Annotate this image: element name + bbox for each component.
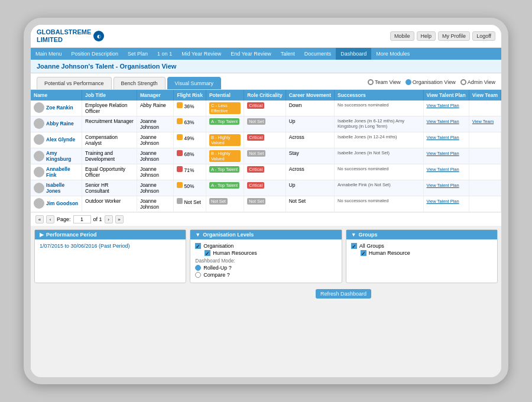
nav-main-menu[interactable]: Main Menu [31,48,67,60]
nav-1on1[interactable]: 1 on 1 [153,48,177,60]
hr-checkbox[interactable]: ✓ [205,250,210,256]
cell-view-team[interactable]: View Team [469,116,501,132]
org-levels-body: ✓ Organisation ✓ Human Resources Dashboa… [190,239,341,283]
tab-bench-strength[interactable]: Bench Strength [113,77,166,89]
org-checkbox[interactable]: ✓ [195,243,201,249]
cell-successors: Annabelle Fink (in Not Set) [335,180,423,196]
cell-view-plan[interactable]: View Talent Plan [423,100,469,116]
tab-visual-summary[interactable]: Visual Summary [167,77,221,89]
cell-role-criticality: Not Set [244,148,286,164]
cell-job-title: Training and Development [82,148,137,164]
hr-checkbox-row: ✓ Human Resources [205,250,336,256]
header-buttons: Mobile Help My Profile Logoff [390,31,495,41]
nav-talent[interactable]: Talent [276,48,300,60]
page-label: Page: [57,216,71,222]
nav-bar: Main Menu Position Description Set Plan … [31,48,501,60]
cell-view-team[interactable] [469,148,501,164]
cell-view-team[interactable] [469,132,501,148]
nav-documents[interactable]: Documents [300,48,336,60]
page-input[interactable] [73,215,91,223]
tab-potential-performance[interactable]: Potential vs Performance [37,77,112,89]
collapse-icon[interactable]: ▶ [40,232,44,238]
myprofile-button[interactable]: My Profile [438,31,470,41]
cell-successors: No successors nominated [335,196,423,212]
cell-potential: B - Highly Valued [206,132,244,148]
first-page-button[interactable]: « [35,215,44,223]
view-plan-link[interactable]: View Talent Plan [427,119,459,124]
next-page-button[interactable]: › [105,215,113,223]
humanresource-checkbox[interactable]: ✓ [361,250,366,256]
cell-view-team[interactable] [469,100,501,116]
collapse-groups-icon[interactable]: ▼ [351,232,356,238]
col-view-team: View Team [469,90,501,100]
cell-view-team[interactable] [469,164,501,180]
cell-view-plan[interactable]: View Talent Plan [423,196,469,212]
cell-view-plan[interactable]: View Talent Plan [423,132,469,148]
view-plan-link[interactable]: View Talent Plan [427,103,459,108]
avatar [34,102,44,113]
tabs-left: Potential vs Performance Bench Strength … [37,77,221,89]
cell-view-team[interactable] [469,196,501,212]
help-button[interactable]: Help [417,31,436,41]
cell-potential: A - Top Talent [206,164,244,180]
compare-radio[interactable] [195,272,201,278]
cell-view-plan[interactable]: View Talent Plan [423,180,469,196]
cell-name: Alex Glynde [31,132,82,148]
cell-career-movement: Not Set [286,196,334,212]
last-page-button[interactable]: » [115,215,124,223]
talent-table-container: Name Job Title Manager Flight Risk Poten… [31,90,501,212]
allgroups-checkbox[interactable]: ✓ [351,243,357,249]
cell-flight-risk: 50% [174,180,206,196]
cell-manager: Joanne Johnson [137,148,174,164]
view-plan-link[interactable]: View Talent Plan [427,135,459,140]
cell-job-title: Outdoor Worker [82,196,137,212]
groups-body: ✓ All Groups ✓ Human Resource [346,239,497,261]
nav-end-year[interactable]: End Year Review [226,48,276,60]
logoff-button[interactable]: Logoff [472,31,495,41]
team-view-radio[interactable] [368,79,374,85]
org-view-radio[interactable] [406,79,411,85]
cell-role-criticality: Critical [244,164,286,180]
view-plan-link[interactable]: View Talent Plan [427,199,459,204]
cell-flight-risk: 49% [174,132,206,148]
mobile-button[interactable]: Mobile [390,31,414,41]
view-plan-link[interactable]: View Talent Plan [427,151,459,156]
performance-period-title: Performance Period [46,232,97,238]
cell-view-plan[interactable]: View Talent Plan [423,164,469,180]
cell-successors: No successors nominated [335,164,423,180]
cell-view-plan[interactable]: View Talent Plan [423,148,469,164]
home-button[interactable] [24,195,26,207]
table-row: Isabelle Jones Senior HR ConsultantJoann… [31,180,501,196]
cell-view-team[interactable] [469,180,501,196]
cell-flight-risk: 68% [174,148,206,164]
cell-role-criticality: Not Set [244,116,286,132]
refresh-dashboard-button[interactable]: Refresh Dashboard [316,289,371,299]
view-plan-link[interactable]: View Talent Plan [427,167,459,172]
cell-name: Jim Goodson [31,196,82,212]
hr-label: Human Resources [213,250,257,256]
admin-view-radio[interactable] [460,79,466,85]
col-name: Name [31,90,82,100]
nav-dashboard[interactable]: Dashboard [336,48,371,60]
mode-label: Dashboard Mode: [195,258,336,264]
nav-position-description[interactable]: Position Description [67,48,124,60]
view-team[interactable]: Team View [368,79,401,85]
view-plan-link[interactable]: View Talent Plan [427,183,459,188]
nav-more-modules[interactable]: More Modules [371,48,414,60]
collapse-org-icon[interactable]: ▼ [195,232,200,238]
cell-name: Annabelle Fink [31,164,82,180]
rolledup-radio[interactable] [195,265,201,271]
nav-set-plan[interactable]: Set Plan [123,48,153,60]
view-organisation[interactable]: Organisation View [406,79,456,85]
team-view-label: Team View [375,79,401,85]
cell-manager: Joanne Johnson [137,180,174,196]
cell-manager: Joanne Johnson [137,132,174,148]
avatar [34,183,44,193]
nav-mid-year[interactable]: Mid Year Review [177,48,226,60]
cell-career-movement: Down [286,100,334,116]
pagination: « ‹ Page: of 1 › » [31,212,501,226]
view-team-link[interactable]: View Team [472,119,494,124]
prev-page-button[interactable]: ‹ [46,215,54,223]
cell-view-plan[interactable]: View Talent Plan [423,116,469,132]
view-admin[interactable]: Admin View [460,79,495,85]
